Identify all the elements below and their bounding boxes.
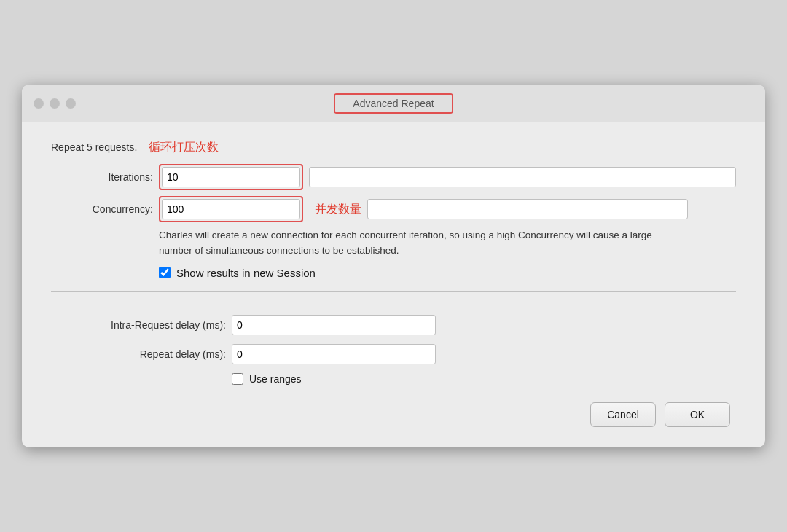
repeat-delay-input[interactable] — [232, 344, 436, 364]
concurrency-input-wrapper — [159, 196, 303, 222]
show-results-checkbox[interactable] — [159, 267, 171, 278]
intra-request-label: Intra-Request delay (ms): — [51, 319, 226, 331]
use-ranges-row: Use ranges — [232, 373, 736, 385]
intra-request-input[interactable] — [232, 315, 436, 335]
lower-section: Intra-Request delay (ms): Repeat delay (… — [51, 309, 736, 385]
iterations-input[interactable] — [162, 167, 300, 187]
show-results-label: Show results in new Session — [176, 267, 316, 279]
annotation-loops: 循环打压次数 — [149, 140, 219, 155]
traffic-lights — [34, 98, 76, 109]
intra-request-row: Intra-Request delay (ms): — [51, 315, 736, 335]
repeat-label: Repeat 5 requests. — [51, 141, 137, 153]
repeat-label-row: Repeat 5 requests. 循环打压次数 — [51, 140, 736, 155]
close-button[interactable] — [34, 98, 44, 109]
concurrency-input[interactable] — [162, 199, 300, 219]
window-title: Advanced Repeat — [334, 93, 453, 114]
annotation-concurrency-count: 并发数量 — [315, 202, 361, 217]
titlebar: Advanced Repeat — [22, 85, 765, 122]
repeat-delay-row: Repeat delay (ms): — [51, 344, 736, 364]
use-ranges-checkbox[interactable] — [232, 373, 243, 385]
section-divider — [51, 291, 736, 292]
content-area: 并发测试 Repeat 5 requests. 循环打压次数 Iteration… — [22, 122, 765, 447]
button-row: Cancel OK — [51, 402, 736, 427]
use-ranges-label: Use ranges — [249, 373, 302, 385]
main-window: Advanced Repeat 并发测试 Repeat 5 requests. … — [22, 85, 765, 447]
repeat-delay-label: Repeat delay (ms): — [51, 348, 226, 360]
iterations-label: Iterations: — [51, 171, 153, 183]
ok-button[interactable]: OK — [665, 402, 730, 427]
iterations-extra-input[interactable] — [309, 167, 736, 187]
iterations-row: Iterations: — [51, 164, 736, 190]
cancel-button[interactable]: Cancel — [590, 402, 656, 427]
concurrency-row: Concurrency: 并发数量 — [51, 196, 736, 222]
concurrency-extra-input[interactable] — [367, 199, 688, 219]
show-results-row: Show results in new Session — [159, 267, 736, 279]
concurrency-label: Concurrency: — [51, 203, 153, 215]
minimize-button[interactable] — [50, 98, 60, 109]
description-text: Charles will create a new connection for… — [159, 228, 684, 258]
maximize-button[interactable] — [66, 98, 76, 109]
iterations-input-wrapper — [159, 164, 303, 190]
